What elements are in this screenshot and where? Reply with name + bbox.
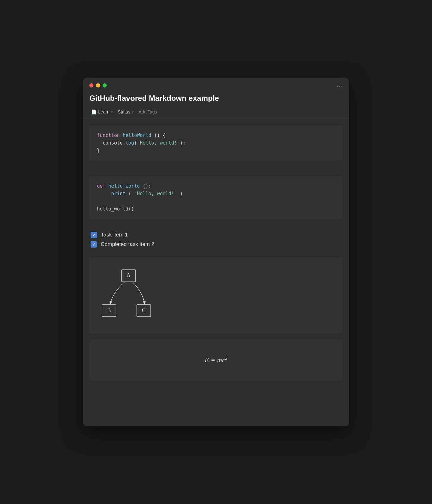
toolbar: 📄 Learn ▾ Status ▾ Add Tags [83,107,349,119]
py-line-3 [97,197,335,205]
py-line-4: hello_world() [97,205,335,213]
code-line-3: } [97,147,335,154]
app-window: ⋮ GitHub-flavored Markdown example 📄 Lea… [83,78,349,426]
task-1-label: Task item 1 [101,232,128,238]
node-b-label: B [107,307,111,313]
py-line-2: print ( "Hello, world!" ) [97,190,335,197]
task-item-1: Task item 1 [91,232,341,238]
checkbox-2[interactable] [91,241,97,248]
maximize-button[interactable] [103,83,107,87]
titlebar: ⋮ [83,78,349,91]
status-chevron-icon: ▾ [132,110,134,114]
js-code-block: function helloWorld () { console.log("He… [89,125,343,161]
minimize-button[interactable] [96,83,100,87]
diagram-section: A B C [89,257,343,333]
node-a-label: A [127,272,131,279]
python-code-block: def hello_world (): print ( "Hello, worl… [89,176,343,219]
window-title: GitHub-flavored Markdown example [83,91,349,107]
checkbox-1[interactable] [91,232,97,238]
notebook-icon: 📄 [91,109,97,114]
notebook-dropdown[interactable]: 📄 Learn ▾ [89,108,115,115]
math-section: E = mc2 [89,339,343,381]
tasks-section: Task item 1 Completed task item 2 [83,225,349,257]
code-line-2: console.log("Hello, world!"); [97,139,335,147]
add-tags-label: Add Tags [139,109,157,114]
arrow-a-b [110,282,125,304]
py-line-1: def hello_world (): [97,182,335,190]
learn-label: Learn [98,109,110,114]
task-item-2: Completed task item 2 [91,241,341,248]
more-options-button[interactable]: ⋮ [337,83,343,89]
content-area: function helloWorld () { console.log("He… [83,125,349,381]
tree-diagram: A B C [96,267,165,324]
arrow-a-c [132,282,145,304]
close-button[interactable] [89,83,93,87]
math-formula: E = mc2 [205,356,227,364]
node-c-label: C [142,307,146,313]
learn-chevron-icon: ▾ [111,110,113,114]
status-dropdown[interactable]: Status ▾ [116,108,136,115]
traffic-lights [89,83,107,87]
status-label: Status [118,109,130,114]
task-2-label: Completed task item 2 [101,241,154,248]
add-tags-button[interactable]: Add Tags [137,108,159,115]
code-line-1: function helloWorld () { [97,132,335,139]
